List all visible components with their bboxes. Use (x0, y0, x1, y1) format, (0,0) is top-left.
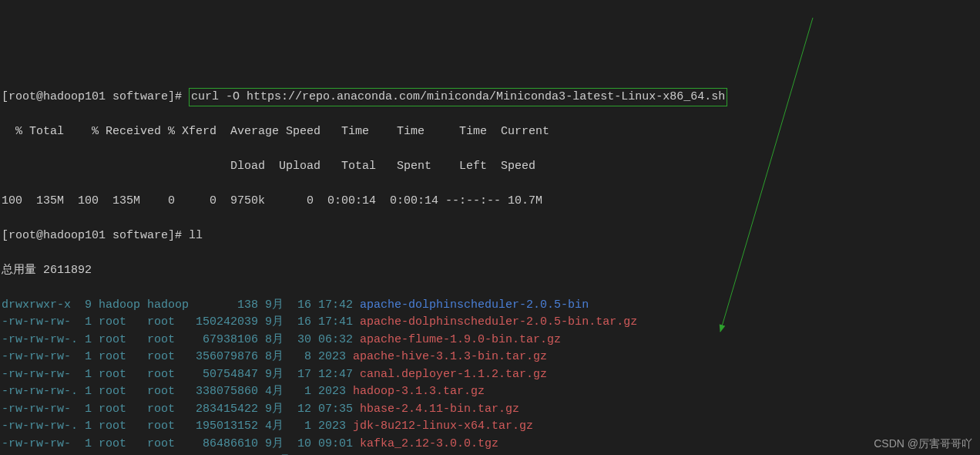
file-row: drwxrwxr-x 9 hadoop hadoop 138 9月 16 17:… (2, 297, 978, 315)
file-row: -rw-rw-rw- 1 root root 283415422 9月 12 0… (2, 401, 978, 419)
file-meta: -rw-rw-rw-. 1 root root 195013152 4月 1 2… (2, 420, 353, 433)
terminal-output[interactable]: [root@hadoop101 software]# curl -O https… (2, 71, 978, 455)
ll-command: ll (189, 229, 203, 242)
file-meta: -rw-rw-rw- 1 root root 86486610 9月 10 09… (2, 437, 360, 450)
file-row: -rw-rw-rw-. 1 root root 338075860 4月 1 2… (2, 383, 978, 401)
file-name: jdk-8u212-linux-x64.tar.gz (353, 420, 533, 433)
file-row: -rw-rw-rw- 1 root root 356079876 8月 8 20… (2, 349, 978, 366)
curl-header-1: % Total % Received % Xferd Average Speed… (2, 123, 978, 141)
file-meta: -rw-rw-rw- 1 root root 150242039 9月 16 1… (2, 315, 360, 329)
watermark-text: CSDN @厉害哥哥吖 (874, 436, 972, 452)
curl-command-highlight: curl -O https://repo.anaconda.com/minico… (189, 88, 727, 107)
file-meta: -rw-rw-rw- 1 root root 50754847 9月 17 12… (2, 368, 360, 381)
file-meta: drwxrwxr-x 9 hadoop hadoop 138 9月 16 17:… (2, 298, 360, 312)
file-row: -rw-rw-rw-. 1 root root 195013152 4月 1 2… (2, 418, 978, 436)
curl-command-line: [root@hadoop101 software]# curl -O https… (2, 89, 978, 106)
file-meta: -rw-rw-rw- 1 root root 283415422 9月 12 0… (2, 403, 360, 416)
file-row: -rw-rw-rw- 1 root root 86486610 9月 10 09… (2, 436, 978, 453)
file-meta: -rw-rw-rw- 1 root root 356079876 8月 8 20… (2, 350, 353, 363)
curl-header-2: Dload Upload Total Spent Left Speed (2, 158, 978, 176)
total-line: 总用量 2611892 (2, 262, 978, 280)
file-listing: drwxrwxr-x 9 hadoop hadoop 138 9月 16 17:… (2, 297, 978, 456)
file-name: apache-dolphinscheduler-2.0.5-bin (360, 298, 589, 312)
file-name: hadoop-3.1.3.tar.gz (353, 385, 485, 398)
file-name: canal.deployer-1.1.2.tar.gz (360, 368, 547, 381)
file-row: -rw-rw-rw- 1 root root 150242039 9月 16 1… (2, 314, 978, 332)
file-name: apache-hive-3.1.3-bin.tar.gz (353, 350, 547, 363)
file-row: -rw-rw-rw- 1 root root 50754847 9月 17 12… (2, 366, 978, 384)
shell-prompt: [root@hadoop101 software]# (2, 90, 189, 103)
ll-command-line: [root@hadoop101 software]# ll (2, 228, 978, 245)
file-row: -rw-rw-rw-. 1 root root 67938106 8月 30 0… (2, 332, 978, 349)
file-name: apache-flume-1.9.0-bin.tar.gz (360, 333, 561, 346)
shell-prompt: [root@hadoop101 software]# (2, 229, 189, 242)
file-name: kafka_2.12-3.0.0.tgz (360, 437, 498, 450)
file-name: hbase-2.4.11-bin.tar.gz (360, 403, 519, 416)
file-meta: -rw-rw-rw-. 1 root root 338075860 4月 1 2… (2, 385, 353, 398)
curl-progress: 100 135M 100 135M 0 0 9750k 0 0:00:14 0:… (2, 193, 978, 211)
file-meta: -rw-rw-rw-. 1 root root 67938106 8月 30 0… (2, 333, 360, 346)
file-name: apache-dolphinscheduler-2.0.5-bin.tar.gz (360, 315, 637, 329)
